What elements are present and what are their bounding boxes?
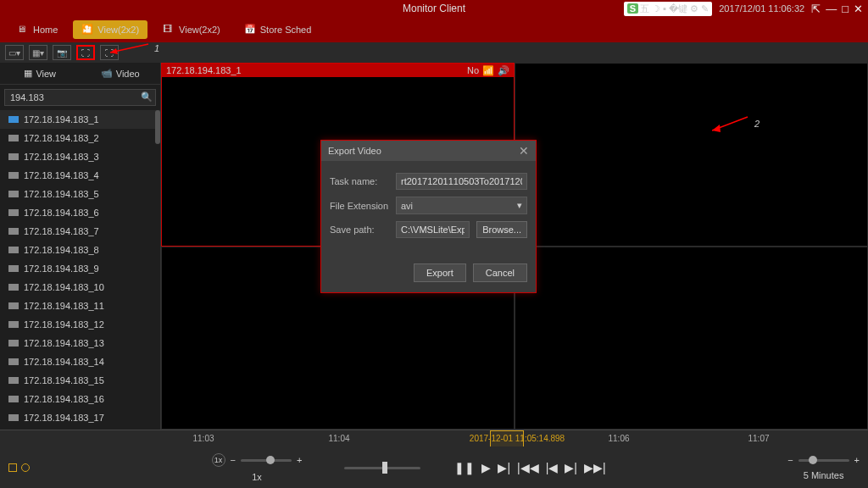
camera-icon [8, 321, 19, 328]
search-icon[interactable]: 🔍 [141, 92, 153, 103]
task-name-input[interactable] [396, 173, 527, 190]
audio-icon: 🔊 [498, 65, 509, 76]
step-button[interactable]: ▶| [498, 461, 510, 474]
speed-minus[interactable]: − [231, 455, 236, 465]
search-input[interactable] [4, 89, 156, 106]
speed-control: 1x − + 1x [212, 453, 303, 482]
sidebar-tab-view[interactable]: ▦ View [0, 63, 81, 84]
device-item[interactable]: 172.18.194.183_3 [0, 147, 160, 166]
play-bar: 1x − + 1x ❚❚ ▶ ▶| |◀◀ |◀ ▶| ▶▶| − + 5 Mi… [0, 446, 868, 488]
tab-home[interactable]: 🖥Home [8, 20, 66, 39]
device-item[interactable]: 172.18.194.183_2 [0, 129, 160, 147]
zoom-control: − + 5 Minutes [787, 455, 860, 480]
browse-button[interactable]: Browse... [476, 221, 527, 238]
camera-icon [8, 172, 19, 179]
device-item[interactable]: 172.18.194.183_6 [0, 203, 160, 222]
device-item[interactable]: 172.18.194.183_12 [0, 315, 160, 334]
dialog-title: Export Video [328, 146, 381, 156]
camera-icon [8, 302, 19, 309]
device-item[interactable]: 172.18.194.183_9 [0, 259, 160, 278]
zoom-in[interactable]: + [854, 455, 860, 465]
device-item[interactable]: 172.18.194.183_8 [0, 241, 160, 259]
task-name-label: Task name: [330, 176, 389, 186]
maximize-icon[interactable]: □ [842, 3, 849, 15]
layout-button[interactable]: ▭▾ [5, 45, 24, 60]
speed-badge: 1x [212, 453, 225, 467]
camera-icon [8, 265, 19, 272]
device-item[interactable]: 172.18.194.183_17 [0, 408, 160, 427]
main-tabs: 🖥Home 🎦View(2x2) 🎞View(2x2) 📅Store Sched [0, 17, 868, 42]
next-button[interactable]: ▶▶| [584, 461, 606, 474]
file-ext-label: File Extension [330, 201, 389, 211]
camera-icon [8, 340, 19, 347]
datetime-label: 2017/12/01 11:06:32 [719, 3, 804, 14]
save-path-label: Save path: [330, 225, 389, 235]
monitor-icon: 🖥 [17, 24, 29, 36]
forward-button[interactable]: ▶| [565, 461, 577, 474]
scrollbar-thumb[interactable] [155, 110, 160, 144]
video-pane-4[interactable] [515, 247, 868, 430]
device-item[interactable]: 172.18.194.183_16 [0, 390, 160, 408]
export-confirm-button[interactable]: Export [414, 263, 466, 282]
device-item[interactable]: 172.18.194.183_13 [0, 334, 160, 352]
sidebar-tab-video[interactable]: 📹 Video [81, 63, 161, 84]
device-item[interactable]: 172.18.194.183_1 [0, 110, 160, 129]
dialog-close-icon[interactable]: ✕ [519, 144, 529, 158]
fullscreen-button[interactable]: ⛶ [100, 45, 119, 60]
timeline[interactable]: 11:03 11:04 2017-12-01 11:05:14.898 11:0… [0, 430, 868, 446]
chevron-down-icon: ▾ [517, 200, 522, 211]
position-slider[interactable] [344, 467, 420, 469]
speed-label: 1x [252, 472, 262, 482]
camera-icon [8, 135, 19, 141]
cancel-button[interactable]: Cancel [473, 263, 527, 282]
save-path-input[interactable] [396, 221, 470, 238]
camera-icon [8, 228, 19, 235]
zoom-slider[interactable] [798, 459, 849, 462]
speed-slider[interactable] [241, 459, 292, 462]
grid-icon: 🎦 [81, 24, 93, 36]
pause-button[interactable]: ❚❚ [454, 461, 475, 474]
device-item[interactable]: 172.18.194.183_10 [0, 278, 160, 297]
file-ext-select[interactable]: avi▾ [396, 197, 527, 214]
camera-icon [8, 358, 19, 365]
rewind-button[interactable]: |◀ [546, 461, 559, 474]
tab-view-active[interactable]: 🎦View(2x2) [73, 20, 147, 39]
device-item[interactable]: 172.18.194.183_5 [0, 185, 160, 203]
minimize-icon[interactable]: — [826, 3, 837, 15]
camera-icon [8, 284, 19, 291]
record-controls [8, 463, 30, 472]
ime-indicator[interactable]: S 五 ☽ ▪ �键 ⚙ ✎ [624, 2, 713, 16]
time-tick: 11:03 [192, 434, 214, 443]
sidebar: ▦ View 📹 Video 🔍 172.18.194.183_1 172.18… [0, 63, 161, 430]
device-list: 172.18.194.183_1 172.18.194.183_2 172.18… [0, 110, 160, 430]
play-button[interactable]: ▶ [481, 461, 491, 474]
record-icon[interactable] [21, 463, 30, 472]
speed-plus[interactable]: + [297, 455, 302, 465]
video-pane-2[interactable] [515, 63, 868, 247]
grid-button[interactable]: ▦▾ [29, 45, 47, 60]
tab-view-2[interactable]: 🎞View(2x2) [154, 20, 229, 39]
tab-store-sched[interactable]: 📅Store Sched [236, 20, 320, 39]
device-item[interactable]: 172.18.194.183_15 [0, 371, 160, 390]
zoom-out[interactable]: − [787, 455, 793, 465]
signal-icon: 📶 [482, 65, 494, 76]
camera-icon [8, 414, 19, 421]
camera-icon [8, 191, 19, 197]
snapshot-button[interactable]: 📷 [53, 45, 71, 60]
export-button[interactable]: ⛶ [76, 45, 95, 60]
timeline-selection[interactable] [490, 430, 524, 447]
logout-icon[interactable]: ⇱ [811, 3, 821, 15]
title-bar: Monitor Client S 五 ☽ ▪ �键 ⚙ ✎ 2017/12/01… [0, 0, 868, 17]
device-item[interactable]: 172.18.194.183_7 [0, 222, 160, 241]
close-icon[interactable]: ✕ [854, 3, 863, 15]
dialog-header[interactable]: Export Video ✕ [321, 141, 536, 161]
prev-button[interactable]: |◀◀ [517, 461, 539, 474]
camera-icon [8, 116, 19, 123]
device-item[interactable]: 172.18.194.183_11 [0, 297, 160, 315]
camera-icon [8, 153, 19, 160]
stop-icon[interactable] [8, 463, 17, 472]
time-tick: 11:04 [328, 434, 349, 443]
export-video-dialog: Export Video ✕ Task name: File Extension… [320, 140, 537, 293]
device-item[interactable]: 172.18.194.183_4 [0, 166, 160, 185]
device-item[interactable]: 172.18.194.183_14 [0, 352, 160, 371]
